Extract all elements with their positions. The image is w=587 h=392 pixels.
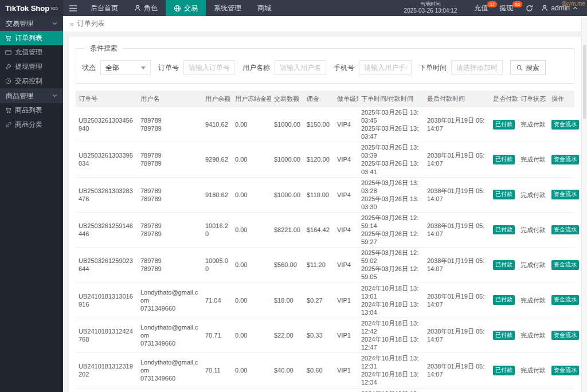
paid-badge[interactable]: 已付款 bbox=[493, 225, 515, 235]
status-select[interactable]: 全部 bbox=[100, 60, 151, 75]
search-button[interactable]: 搜索 bbox=[510, 60, 546, 75]
cell-commission: $110.00 bbox=[304, 177, 334, 212]
sidebar-group-trade-mgmt[interactable]: 交易管理 bbox=[0, 16, 63, 31]
sidebar-item-recharge-mgmt[interactable]: 充值管理 bbox=[0, 45, 63, 60]
sidebar-item-order-list[interactable]: 订单列表 bbox=[0, 31, 63, 45]
paid-badge[interactable]: 已付款 bbox=[493, 366, 515, 375]
cell-level: VIP1 bbox=[334, 388, 358, 392]
sidebar-item-withdraw-mgmt[interactable]: 提现管理 bbox=[0, 60, 63, 74]
username-line2: 0731349660 bbox=[140, 339, 199, 347]
cell-order-no: UB2410181312189419 bbox=[76, 388, 138, 392]
nav-label: 角色 bbox=[144, 3, 158, 13]
order-time-line1: 2024年10月18日 13:13:01 bbox=[361, 284, 421, 300]
cell-commission: $0.27 bbox=[304, 283, 334, 317]
cell-username: Londythato@gmail.com 0731349660 bbox=[138, 388, 202, 392]
refresh-icon[interactable] bbox=[526, 5, 533, 12]
search-panel-title: 条件搜索 bbox=[85, 44, 122, 53]
fund-flow-button[interactable]: 资金流水 bbox=[551, 260, 579, 270]
app-logo[interactable]: TikTok ShopV20 bbox=[0, 0, 63, 16]
paid-badge[interactable]: 已付款 bbox=[493, 260, 515, 270]
paid-badge[interactable]: 已付款 bbox=[493, 190, 515, 199]
card-icon bbox=[5, 49, 11, 56]
fund-flow-button[interactable]: 资金流水 bbox=[551, 120, 579, 130]
nav-label: 系统管理 bbox=[214, 3, 241, 13]
cell-order-no: UB2503261259023644 bbox=[76, 248, 138, 283]
cell-commission: $164.42 bbox=[304, 212, 334, 247]
cell-actions: 资金流水 bbox=[549, 388, 574, 392]
nav-item-trade[interactable]: 交易 bbox=[166, 0, 206, 16]
cell-paid: 已付款 bbox=[490, 177, 518, 212]
cell-username: Londythato@gmail.com 0731349660 bbox=[138, 283, 202, 317]
cell-order-status: 完成付款 bbox=[518, 142, 549, 177]
paid-badge[interactable]: 已付款 bbox=[493, 295, 515, 305]
search-panel: 条件搜索 状态 全部 订单号 用户名称 bbox=[76, 44, 574, 84]
cell-frozen: 0.00 bbox=[232, 248, 271, 283]
username-input[interactable] bbox=[275, 60, 326, 75]
cell-paid: 已付款 bbox=[490, 283, 518, 317]
sidebar-item-product-list[interactable]: 商品列表 bbox=[0, 103, 63, 117]
cell-order-no: UB2503261259146446 bbox=[76, 212, 138, 247]
scrollbar-thumb[interactable] bbox=[583, 45, 586, 119]
nav-label: 商城 bbox=[257, 3, 271, 13]
nav-item-mall[interactable]: 商城 bbox=[249, 0, 279, 16]
nav-item-system[interactable]: 系统管理 bbox=[206, 0, 249, 16]
username-line1: 789789 bbox=[140, 222, 199, 230]
order-time-line2: 2025年03月26日 13:03:47 bbox=[361, 124, 421, 140]
table-row: UB2503261303283476 789789 789789 9180.62… bbox=[76, 177, 574, 212]
cell-level: VIP4 bbox=[334, 177, 358, 212]
fund-flow-button[interactable]: 资金流水 bbox=[551, 366, 579, 375]
fund-flow-button[interactable]: 资金流水 bbox=[551, 295, 579, 305]
cell-order-time: 2025年03月26日 12:59:02 2025年03月26日 12:59:0… bbox=[358, 248, 424, 283]
username-line2: 789789 bbox=[140, 159, 199, 167]
fund-flow-button[interactable]: 资金流水 bbox=[551, 155, 579, 164]
order-time-input[interactable] bbox=[451, 60, 503, 75]
paid-badge[interactable]: 已付款 bbox=[493, 331, 515, 340]
sidebar-item-product-category[interactable]: 商品分类 bbox=[0, 117, 63, 132]
cell-actions: 资金流水 bbox=[549, 177, 574, 212]
recharge-link[interactable]: 充值 17 bbox=[468, 3, 494, 13]
order-table-head: 订单号 用户名 用户余额 用户冻结金额 交易数额 佣金 做单级别 下单时间/付款… bbox=[76, 91, 574, 107]
username-line2: 789789 bbox=[140, 265, 199, 273]
paid-badge[interactable]: 已付款 bbox=[493, 120, 515, 130]
withdraw-link[interactable]: 提现 66 bbox=[494, 3, 519, 13]
cell-balance: 70.71 bbox=[202, 317, 232, 352]
order-time-line2: 2025年03月26日 12:59:27 bbox=[361, 230, 421, 246]
top-nav: 后台首页 角色 交易 系统管理 商城 bbox=[83, 0, 279, 16]
cell-level: VIP4 bbox=[334, 142, 358, 177]
chevron-down-icon bbox=[52, 94, 57, 97]
user-icon bbox=[541, 5, 548, 11]
sidebar-group-product-mgmt[interactable]: 商品管理 bbox=[0, 88, 63, 103]
username-line2: 0731349660 bbox=[140, 304, 199, 312]
cell-last-pay-time: 2038年01月19日 05:14:07 bbox=[424, 212, 490, 247]
wrench-icon bbox=[5, 64, 11, 70]
order-no-input[interactable] bbox=[183, 60, 235, 75]
order-time-line2: 2025年03月26日 13:03:41 bbox=[361, 159, 421, 175]
fund-flow-button[interactable]: 资金流水 bbox=[551, 225, 579, 235]
status-select-value: 全部 bbox=[105, 63, 119, 73]
cell-actions: 资金流水 bbox=[549, 212, 574, 247]
cell-paid: 已付款 bbox=[490, 317, 518, 352]
cell-level: VIP4 bbox=[334, 248, 358, 283]
sidebar-item-trade-control[interactable]: 交易控制 bbox=[0, 74, 63, 88]
fund-flow-button[interactable]: 资金流水 bbox=[551, 190, 579, 199]
phone-input[interactable] bbox=[359, 60, 412, 75]
order-list-card: 条件搜索 状态 全部 订单号 用户名称 bbox=[69, 37, 581, 392]
hamburger-icon bbox=[69, 5, 77, 11]
username-line1: 789789 bbox=[140, 116, 199, 124]
withdraw-label: 提现 bbox=[499, 4, 513, 12]
cell-order-time: 2025年03月26日 13:03:45 2025年03月26日 13:03:4… bbox=[358, 107, 424, 142]
vertical-scrollbar[interactable] bbox=[581, 16, 587, 392]
order-table-body: UB2503261303456940 789789 789789 9410.62… bbox=[76, 107, 574, 392]
cell-paid: 已付款 bbox=[490, 212, 518, 247]
nav-item-roles[interactable]: 角色 bbox=[126, 0, 166, 16]
paid-badge[interactable]: 已付款 bbox=[493, 155, 515, 164]
cell-frozen: 0.00 bbox=[232, 212, 271, 247]
cell-commission: $11.20 bbox=[304, 248, 334, 283]
menu-toggle-icon[interactable] bbox=[63, 0, 83, 16]
table-row: UB2410181312189419 Londythato@gmail.com … bbox=[76, 388, 574, 392]
nav-item-home[interactable]: 后台首页 bbox=[83, 0, 126, 16]
cell-actions: 资金流水 bbox=[549, 142, 574, 177]
fund-flow-button[interactable]: 资金流水 bbox=[551, 331, 579, 340]
username-filter: 用户名称 bbox=[242, 60, 326, 75]
cell-frozen: 0.00 bbox=[232, 353, 271, 388]
